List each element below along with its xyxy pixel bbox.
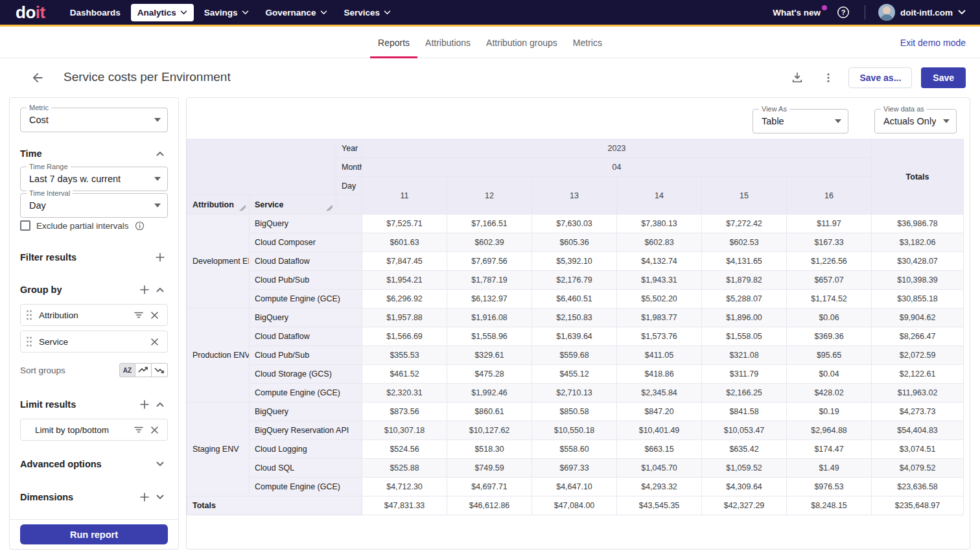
row-total-cell: $2,072.59	[872, 346, 964, 365]
chevron-down-icon	[320, 10, 327, 15]
view-as-select[interactable]: View As Table	[752, 109, 848, 134]
collapse-icon[interactable]	[152, 397, 168, 412]
doit-logo[interactable]: doit	[16, 4, 45, 21]
value-cell: $95.65	[787, 346, 872, 365]
whats-new-link[interactable]: What's new	[773, 8, 826, 18]
value-cell: $1,954.21	[362, 271, 447, 290]
help-icon[interactable]: ?	[835, 4, 852, 21]
nav-item-savings[interactable]: Savings	[198, 4, 255, 21]
env-cell-staging-env: Staging ENV	[187, 402, 250, 496]
nav-item-services[interactable]: Services	[338, 4, 398, 21]
group-chip-attribution[interactable]: Attribution	[20, 304, 168, 326]
value-cell: $311.79	[702, 365, 787, 384]
value-cell: $1,558.05	[702, 327, 787, 346]
back-button[interactable]	[26, 66, 49, 89]
value-cell: $7,697.56	[447, 252, 532, 271]
account-menu[interactable]: doit-intl.com	[878, 4, 966, 21]
value-cell: $1,896.00	[702, 309, 787, 327]
column-total-cell: $42,327.29	[702, 496, 787, 515]
nav-item-governance[interactable]: Governance	[259, 4, 334, 21]
filter-icon[interactable]	[131, 422, 146, 438]
value-cell: $841.58	[702, 402, 787, 421]
sort-trend-up-button[interactable]	[135, 363, 152, 377]
tabs-list: ReportsAttributionsAttribution groupsMet…	[370, 27, 610, 58]
report-header: Service costs per Environment Save as...…	[0, 58, 980, 97]
close-icon[interactable]	[146, 307, 162, 323]
value-cell: $428.02	[787, 384, 872, 402]
expand-icon[interactable]	[152, 456, 168, 472]
day-column-header: 16	[787, 177, 872, 215]
column-total-cell: $43,545.35	[617, 496, 702, 515]
collapse-icon[interactable]	[152, 282, 168, 298]
account-domain: doit-intl.com	[900, 8, 953, 18]
table-corner	[336, 195, 362, 215]
back-arrow-icon	[30, 71, 45, 85]
collapse-icon[interactable]	[152, 146, 168, 161]
service-cell: Cloud Pub/Sub	[250, 271, 362, 290]
tab-metrics[interactable]: Metrics	[565, 27, 610, 58]
column-total-cell: $8,248.15	[787, 496, 872, 515]
value-cell: $0.06	[787, 309, 872, 327]
metric-select[interactable]: Metric Cost	[20, 108, 168, 132]
cost-table: Year2023TotalsMonth04Day111213141516Attr…	[187, 139, 964, 515]
value-cell: $602.39	[447, 233, 532, 252]
value-cell: $1,916.08	[447, 309, 532, 327]
row-total-cell: $30,428.07	[872, 252, 964, 271]
value-cell: $6,460.51	[532, 290, 617, 309]
notification-dot	[822, 5, 827, 10]
expand-icon[interactable]	[152, 489, 168, 505]
row-total-cell: $8,266.47	[872, 327, 964, 346]
tab-attributions[interactable]: Attributions	[417, 27, 478, 58]
totals-row: Totals$47,831.33$46,612.86$47,084.00$43,…	[187, 496, 964, 515]
year-header-row: Year2023Totals	[187, 139, 964, 158]
exclude-partial-checkbox[interactable]	[20, 220, 30, 231]
download-button[interactable]	[786, 67, 808, 89]
value-cell: $2,710.13	[532, 384, 617, 402]
table-row: Cloud Logging$524.56$518.30$558.60$663.1…	[187, 440, 964, 459]
svg-text:?: ?	[841, 8, 846, 16]
limit-chip[interactable]: Limit by top/bottom	[20, 419, 168, 441]
column-resize-icon[interactable]	[326, 205, 333, 211]
value-cell: $657.07	[787, 271, 872, 290]
table-row: Cloud Pub/Sub$1,954.21$1,787.19$2,176.79…	[187, 271, 964, 290]
value-cell: $1,957.88	[362, 309, 447, 327]
nav-divider	[865, 5, 865, 19]
sort-alphabetical-button[interactable]: AZ	[119, 363, 135, 377]
nav-item-analytics[interactable]: Analytics	[131, 4, 194, 21]
add-group-icon[interactable]	[137, 282, 152, 298]
value-cell: $1,879.82	[702, 271, 787, 290]
column-resize-icon[interactable]	[239, 205, 246, 211]
save-as-button[interactable]: Save as...	[848, 67, 912, 88]
exit-demo-mode-link[interactable]: Exit demo mode	[900, 27, 966, 58]
add-filter-icon[interactable]	[152, 250, 168, 265]
time-interval-select[interactable]: Time Interval Day	[20, 193, 168, 218]
tab-attribution-groups[interactable]: Attribution groups	[478, 27, 565, 58]
info-icon[interactable]	[135, 221, 145, 231]
value-cell: $10,127.62	[447, 421, 532, 440]
value-cell: $2,964.88	[787, 421, 872, 440]
filter-icon[interactable]	[131, 307, 146, 323]
tab-reports[interactable]: Reports	[370, 27, 417, 58]
value-cell: $7,525.71	[362, 215, 447, 233]
run-report-button[interactable]: Run report	[20, 524, 168, 544]
save-button[interactable]: Save	[921, 67, 966, 88]
env-cell-production-env: Production ENV	[187, 309, 250, 402]
add-limit-icon[interactable]	[137, 397, 152, 412]
value-cell: $5,392.10	[532, 252, 617, 271]
value-cell: $369.36	[787, 327, 872, 346]
value-cell: $11.97	[787, 215, 872, 233]
time-range-select[interactable]: Time Range Last 7 days w. current	[20, 167, 168, 191]
close-icon[interactable]	[146, 422, 162, 438]
sort-trend-down-button[interactable]	[152, 363, 168, 377]
group-chip-service[interactable]: Service	[20, 331, 168, 353]
more-options-button[interactable]	[817, 67, 839, 89]
add-dimension-icon[interactable]	[137, 489, 152, 505]
chevron-down-icon	[180, 10, 187, 15]
download-icon	[791, 71, 804, 84]
close-icon[interactable]	[146, 334, 162, 349]
chevron-down-icon	[835, 119, 841, 123]
value-cell: $1,226.56	[787, 252, 872, 271]
nav-item-dashboards[interactable]: Dashboards	[64, 4, 127, 21]
view-data-as-select[interactable]: View data as Actuals Only	[874, 109, 957, 134]
chevron-down-icon	[958, 10, 966, 15]
